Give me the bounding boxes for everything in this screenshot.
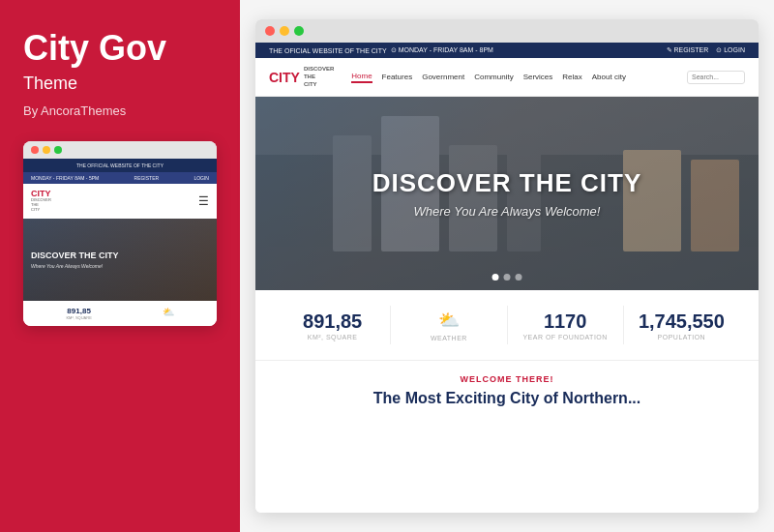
mini-dot-red xyxy=(31,146,39,154)
utility-left: THE OFICIAL WEBSITE OF THE CITY ⊙ MONDAY… xyxy=(269,46,493,54)
stat-population: 1,745,550 POPULATION xyxy=(624,310,739,340)
utility-register[interactable]: ✎ REGISTER xyxy=(667,46,709,54)
desktop-title-bar xyxy=(255,19,759,43)
utility-hours: ⊙ MONDAY - FRIDAY 8AM - 8PM xyxy=(391,46,493,54)
theme-title: City Gov xyxy=(23,29,217,68)
nav-links: Home Features Government Community Servi… xyxy=(351,72,677,83)
mini-register: REGISTER xyxy=(134,175,160,181)
nav-link-aboutcity[interactable]: About city xyxy=(592,73,626,81)
welcome-section: WELCOME THERE! The Most Exciting City of… xyxy=(255,361,759,513)
utility-official-text: THE OFICIAL WEBSITE OF THE CITY xyxy=(269,47,387,54)
stat-km2: 891,85 KM², SQUARE xyxy=(275,310,390,340)
nav-link-relax[interactable]: Relax xyxy=(562,73,581,81)
nav-logo: CITY DISCOVERTHECITY xyxy=(269,66,334,88)
mini-stat-item: 891,85 KM², SQUARE xyxy=(66,307,91,320)
mini-top-bar: THE OFFICIAL WEBSITE OF THE CITY xyxy=(23,159,217,172)
desktop-dot-green xyxy=(294,26,304,36)
mini-stat-label: KM², SQUARE xyxy=(66,315,91,320)
weather-icon: ⛅ xyxy=(163,307,174,317)
mini-stat-weather: ⛅ xyxy=(163,307,174,320)
mini-title-bar xyxy=(23,141,217,159)
desktop-dot-yellow xyxy=(280,26,289,36)
stats-bar: 891,85 KM², SQUARE ⛅ WEATHER 1170 YEAR O… xyxy=(255,290,759,361)
hamburger-icon[interactable]: ☰ xyxy=(198,194,209,208)
hero-dot-1[interactable] xyxy=(492,274,499,281)
mini-mockup: THE OFFICIAL WEBSITE OF THE CITY MONDAY … xyxy=(23,141,217,326)
stat-km2-label: KM², SQUARE xyxy=(275,334,390,340)
right-panel: THE OFICIAL WEBSITE OF THE CITY ⊙ MONDAY… xyxy=(240,0,774,532)
hero-dots xyxy=(492,274,522,281)
left-panel: City Gov Theme By AncoraThemes THE OFFIC… xyxy=(0,0,240,532)
nav-logo-text: CITY xyxy=(269,70,300,85)
hero-title: DISCOVER THE CITY xyxy=(372,168,641,198)
stat-population-label: POPULATION xyxy=(624,334,739,340)
mini-logo-area: CITY DISCOVERTHECITY ☰ xyxy=(23,184,217,219)
mini-logo-sub: DISCOVERTHECITY xyxy=(31,198,51,212)
search-input[interactable] xyxy=(687,71,745,84)
weather-icon: ⛅ xyxy=(391,310,506,331)
hero-content: DISCOVER THE CITY Where You Are Always W… xyxy=(372,168,641,219)
hero-subtitle: Where You Are Always Welcome! xyxy=(372,204,641,219)
stat-foundation-number: 1170 xyxy=(508,310,623,332)
theme-subtitle: Theme xyxy=(23,74,217,94)
mini-topbar-text: THE OFFICIAL WEBSITE OF THE CITY xyxy=(76,163,164,168)
stat-weather: ⛅ WEATHER xyxy=(391,310,506,341)
nav-link-home[interactable]: Home xyxy=(351,72,372,83)
utility-login[interactable]: ⊙ LOGIN xyxy=(716,46,745,54)
desktop-hero: DISCOVER THE CITY Where You Are Always W… xyxy=(255,97,759,290)
stat-foundation: 1170 YEAR OF FOUNDATION xyxy=(508,310,623,340)
mini-dot-green xyxy=(54,146,62,154)
mini-dot-yellow xyxy=(43,146,50,154)
nav-link-government[interactable]: Government xyxy=(422,73,464,81)
stat-weather-label: WEATHER xyxy=(391,335,506,341)
hero-dot-2[interactable] xyxy=(504,274,511,281)
nav-logo-discover: DISCOVERTHECITY xyxy=(304,66,334,88)
theme-author: By AncoraThemes xyxy=(23,103,217,118)
nav-link-features[interactable]: Features xyxy=(382,73,413,81)
mini-stat-number: 891,85 xyxy=(66,307,91,315)
mini-stats: 891,85 KM², SQUARE ⛅ xyxy=(23,301,217,326)
nav-link-services[interactable]: Services xyxy=(523,73,553,81)
mini-login: LOGIN xyxy=(194,175,209,181)
mini-nav-bar: MONDAY - FRIDAY 8AM - 5PM REGISTER LOGIN xyxy=(23,172,217,184)
stat-km2-number: 891,85 xyxy=(275,310,390,332)
mini-hero-title: DISCOVER THE CITY xyxy=(31,251,119,261)
mini-hours: MONDAY - FRIDAY 8AM - 5PM xyxy=(31,175,99,181)
mini-hero: DISCOVER THE CITY Where You Are Always W… xyxy=(23,219,217,301)
welcome-text: The Most Exciting City of Northern... xyxy=(275,390,739,407)
stat-foundation-label: YEAR OF FOUNDATION xyxy=(508,334,623,340)
desktop-mockup: THE OFICIAL WEBSITE OF THE CITY ⊙ MONDAY… xyxy=(255,19,759,513)
desktop-utility-bar: THE OFICIAL WEBSITE OF THE CITY ⊙ MONDAY… xyxy=(255,43,759,58)
desktop-nav: CITY DISCOVERTHECITY Home Features Gover… xyxy=(255,58,759,97)
mini-hero-sub: Where You Are Always Welcome! xyxy=(31,263,103,269)
stat-population-number: 1,745,550 xyxy=(624,310,739,332)
welcome-label: WELCOME THERE! xyxy=(275,374,739,384)
utility-right: ✎ REGISTER ⊙ LOGIN xyxy=(667,46,745,54)
hero-dot-3[interactable] xyxy=(516,274,522,281)
nav-link-community[interactable]: Community xyxy=(474,73,513,81)
desktop-dot-red xyxy=(265,26,275,36)
